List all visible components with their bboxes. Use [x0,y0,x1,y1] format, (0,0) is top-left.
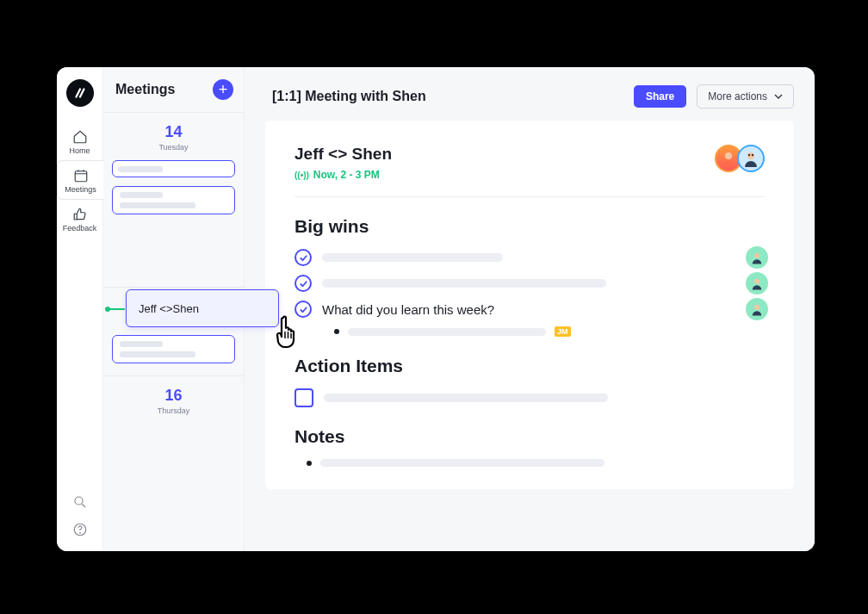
meeting-time-text: Now, 2 - 3 PM [313,169,380,181]
day-name: Thursday [112,406,235,415]
more-actions-label: More actions [708,90,767,102]
app-logo[interactable] [66,79,94,107]
rail-item-feedback[interactable]: Feedback [57,200,103,238]
svg-point-17 [754,305,760,310]
nav-rail: Home Meetings Feedback [57,67,103,551]
check-circle-icon[interactable] [294,275,312,292]
live-icon: ((•)) [294,171,309,180]
participant-avatars [715,145,765,172]
day-number: 16 [112,387,235,405]
search-icon[interactable] [72,494,88,510]
checklist-item[interactable]: What did you learn this week? [294,301,765,318]
svg-point-15 [754,253,760,258]
assignee-avatar[interactable] [746,246,768,269]
check-circle-icon[interactable] [294,249,312,266]
rail-label: Feedback [63,224,97,233]
day-number: 14 [112,123,235,141]
section-action-items: Action Items [294,356,765,407]
app-window: Home Meetings Feedback Meetings + 14 Tue… [57,67,815,551]
sidebar-title: Meetings [115,82,175,97]
meeting-card: Jeff <> Shen ((•)) Now, 2 - 3 PM [265,121,794,489]
section-big-wins: Big wins What did you learn this week? [294,216,765,337]
day-block: 14 Tuesday [103,113,244,288]
section-title: Big wins [294,216,765,237]
day-block: 16 Thursday [103,376,244,427]
help-icon[interactable] [72,522,88,537]
svg-point-7 [79,532,80,533]
add-meeting-button[interactable]: + [213,79,233,100]
svg-point-16 [754,279,760,284]
event-tile[interactable] [112,335,235,363]
event-tile[interactable] [112,160,235,177]
rail-item-home[interactable]: Home [57,122,103,160]
share-button[interactable]: Share [634,85,686,108]
svg-point-13 [748,154,750,156]
action-item[interactable] [294,388,765,407]
meeting-participants: Jeff <> Shen [294,145,392,164]
page-title: [1:1] Meeting with Shen [272,89,623,104]
checklist-text: What did you learn this week? [322,302,494,317]
caret-down-icon [774,94,783,99]
main-content: [1:1] Meeting with Shen Share More actio… [245,67,815,551]
avatar[interactable] [737,145,765,172]
calendar-icon [73,168,89,183]
svg-line-5 [82,504,85,507]
svg-point-14 [752,154,753,156]
section-notes: Notes [294,426,765,467]
svg-point-12 [747,152,754,159]
svg-rect-0 [75,171,87,182]
note-item[interactable] [307,459,765,467]
pointer-cursor-icon [275,314,307,354]
checklist-item[interactable] [294,249,765,266]
home-icon [72,129,88,145]
section-title: Notes [294,426,765,447]
checkbox[interactable] [294,388,313,407]
bullet-icon [307,461,312,466]
day-name: Tuesday [112,143,235,152]
meetings-sidebar: Meetings + 14 Tuesday 15 Wednesday [103,67,245,551]
active-event-title: Jeff <>Shen [139,302,199,315]
meeting-time: ((•)) Now, 2 - 3 PM [294,169,392,181]
more-actions-button[interactable]: More actions [697,84,794,109]
rail-bottom [72,494,88,537]
topbar: [1:1] Meeting with Shen Share More actio… [245,67,815,121]
assignee-avatar[interactable] [746,272,768,295]
bullet-icon [334,329,339,334]
event-tile[interactable] [112,186,235,214]
section-title: Action Items [294,356,765,376]
rail-label: Meetings [65,185,96,194]
checklist-item[interactable] [294,275,765,292]
user-badge: JM [555,326,571,337]
rail-label: Home [69,146,90,155]
assignee-avatar[interactable] [746,298,768,320]
active-event-card[interactable]: Jeff <>Shen [126,289,279,327]
rail-item-meetings[interactable]: Meetings [57,160,103,200]
svg-point-11 [725,152,732,159]
svg-point-4 [75,497,83,505]
sub-bullet-item[interactable]: JM [334,326,765,337]
thumbs-up-icon [72,207,88,222]
